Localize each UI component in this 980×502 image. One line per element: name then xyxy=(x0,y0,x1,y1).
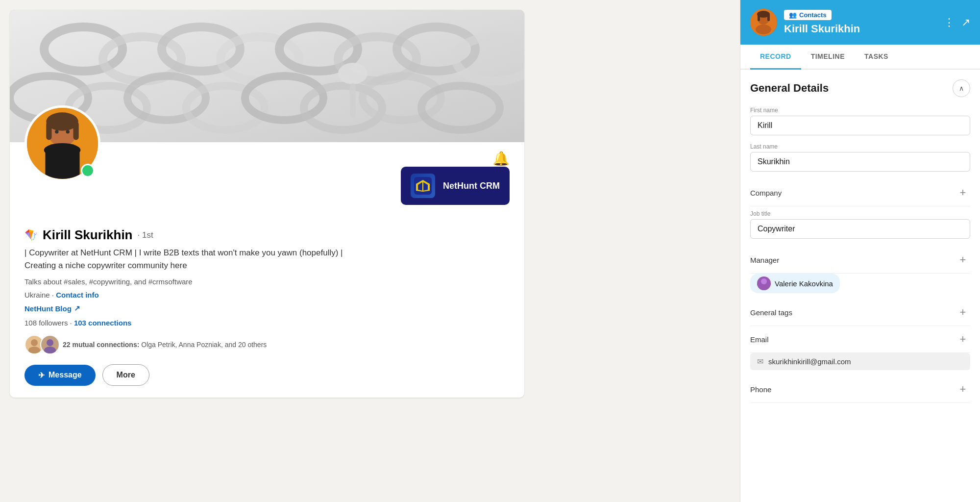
message-icon: ✈ xyxy=(38,371,45,380)
tab-tasks[interactable]: TASKS xyxy=(855,45,898,70)
company-label: Company xyxy=(750,189,782,197)
job-title-value[interactable]: Copywriter xyxy=(750,219,970,239)
tab-timeline[interactable]: TIMELINE xyxy=(801,45,855,70)
job-title-label: Job title xyxy=(750,210,970,217)
location-text: Ukraine xyxy=(24,291,50,299)
manager-label: Manager xyxy=(750,256,779,264)
crm-header-info: 👥 Contacts Kirill Skurikhin xyxy=(784,10,937,35)
mutual-avatar-2 xyxy=(40,335,60,354)
profile-card: 🔔 NetHunt CRM 🪁 Kirill xyxy=(10,10,524,398)
email-chip[interactable]: ✉ skurikhinkirill@gmail.com xyxy=(750,353,970,370)
manager-add-button[interactable]: + xyxy=(956,252,970,267)
crm-header: 👥 Contacts Kirill Skurikhin ⋮ ↗ xyxy=(740,0,980,45)
svg-point-44 xyxy=(761,278,767,284)
mutual-row: 22 mutual connections: Olga Petrik, Anna… xyxy=(24,335,510,354)
crm-body: General Details ∧ First name Kirill Last… xyxy=(740,70,980,502)
last-name-value[interactable]: Skurikhin xyxy=(750,152,970,172)
job-title-field-group: Job title Copywriter xyxy=(750,210,970,239)
profile-info: 🪁 Kirill Skurikhin · 1st | Copywriter at… xyxy=(10,220,524,398)
followers-row: 108 followers · 103 connections xyxy=(24,319,510,327)
svg-point-25 xyxy=(55,130,58,133)
mutual-names: Olga Petrik, Anna Pozniak, and 20 others xyxy=(141,341,267,349)
manager-avatar xyxy=(757,276,771,290)
talks-about: Talks about #sales, #copywriting, and #c… xyxy=(24,277,510,286)
blog-link[interactable]: NetHunt Blog ↗ xyxy=(24,304,510,313)
svg-point-26 xyxy=(66,130,70,133)
email-value: skurikhinkirill@gmail.com xyxy=(768,357,851,366)
manager-field-row: Manager + xyxy=(750,247,970,274)
connections-link[interactable]: 103 connections xyxy=(74,319,132,327)
crm-panel: 👥 Contacts Kirill Skurikhin ⋮ ↗ RECORD T… xyxy=(740,0,980,502)
email-field-row: Email + xyxy=(750,326,970,353)
name-row: 🪁 Kirill Skurikhin · 1st xyxy=(24,227,510,243)
connection-badge: · 1st xyxy=(138,230,153,240)
last-name-label: Last name xyxy=(750,143,970,150)
crm-header-actions: ⋮ ↗ xyxy=(944,16,970,29)
action-buttons: ✈ Message More xyxy=(24,364,510,386)
phone-label: Phone xyxy=(750,385,771,394)
message-button[interactable]: ✈ Message xyxy=(24,365,96,386)
phone-add-button[interactable]: + xyxy=(956,382,970,397)
general-tags-label: General tags xyxy=(750,308,792,317)
online-indicator xyxy=(81,164,95,177)
bell-icon[interactable]: 🔔 xyxy=(492,151,510,174)
manager-chip-row: Valerie Kakovkina xyxy=(750,274,970,293)
contacts-badge: 👥 Contacts xyxy=(784,10,832,20)
external-link-icon: ↗ xyxy=(74,304,80,313)
more-button[interactable]: More xyxy=(102,364,149,386)
mutual-avatars xyxy=(24,335,56,354)
general-tags-row: General tags + xyxy=(750,299,970,326)
svg-point-39 xyxy=(756,25,771,34)
followers-count: 108 followers xyxy=(24,319,68,327)
svg-rect-42 xyxy=(767,14,770,21)
manager-name: Valerie Kakovkina xyxy=(775,279,833,288)
more-options-icon[interactable]: ⋮ xyxy=(944,16,955,29)
svg-point-35 xyxy=(47,339,53,346)
email-add-button[interactable]: + xyxy=(956,332,970,347)
email-label: Email xyxy=(750,335,769,344)
section-header: General Details ∧ xyxy=(750,79,970,97)
contacts-label: Contacts xyxy=(799,11,827,19)
mutual-text: 22 mutual connections: Olga Petrik, Anna… xyxy=(63,341,267,349)
svg-rect-24 xyxy=(73,122,78,140)
message-button-label: Message xyxy=(49,371,82,379)
location-row: Ukraine · Contact info xyxy=(24,291,510,299)
contacts-icon: 👥 xyxy=(789,11,797,19)
section-title: General Details xyxy=(750,82,829,95)
contact-info-link[interactable]: Contact info xyxy=(56,291,99,299)
more-button-label: More xyxy=(117,371,135,379)
svg-point-33 xyxy=(31,339,38,346)
headline: | Copywriter at NetHunt CRM | I write B2… xyxy=(24,247,348,272)
crm-avatar xyxy=(750,9,777,36)
svg-point-34 xyxy=(28,347,40,353)
mutual-count: 22 mutual connections: xyxy=(63,341,139,349)
profile-photo-area: 🔔 xyxy=(10,105,524,181)
company-add-button[interactable]: + xyxy=(956,185,970,200)
last-name-field-group: Last name Skurikhin xyxy=(750,143,970,172)
tab-record[interactable]: RECORD xyxy=(750,45,801,70)
blog-link-text: NetHunt Blog xyxy=(24,304,72,313)
tags-add-button[interactable]: + xyxy=(956,305,970,320)
crm-tabs: RECORD TIMELINE TASKS xyxy=(740,45,980,70)
profile-name: Kirill Skurikhin xyxy=(43,227,133,243)
location-separator: · xyxy=(52,291,56,299)
company-field-row: Company + xyxy=(750,179,970,206)
profile-icon: 🪁 xyxy=(24,229,38,242)
svg-point-28 xyxy=(44,143,81,157)
first-name-label: First name xyxy=(750,107,970,114)
phone-field-row: Phone + xyxy=(750,376,970,403)
first-name-value[interactable]: Kirill xyxy=(750,116,970,135)
avatar-wrapper xyxy=(24,105,100,181)
first-name-field-group: First name Kirill xyxy=(750,107,970,135)
collapse-button[interactable]: ∧ xyxy=(953,79,970,97)
email-chip-row: ✉ skurikhinkirill@gmail.com xyxy=(750,353,970,370)
crm-contact-name: Kirill Skurikhin xyxy=(784,23,937,35)
blog-row: NetHunt Blog ↗ xyxy=(24,304,510,313)
email-icon: ✉ xyxy=(757,357,763,366)
external-link-icon[interactable]: ↗ xyxy=(961,16,970,29)
manager-chip[interactable]: Valerie Kakovkina xyxy=(750,274,840,293)
svg-rect-23 xyxy=(46,122,51,140)
svg-rect-41 xyxy=(758,14,760,21)
svg-point-36 xyxy=(44,347,56,353)
company-name: NetHunt CRM xyxy=(443,181,500,191)
